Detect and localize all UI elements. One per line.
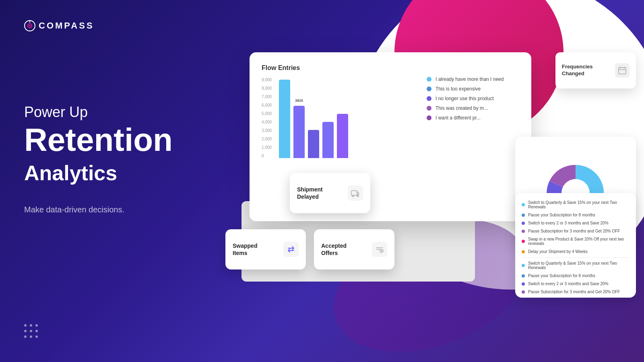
logo-text: COMPASS [39,21,94,31]
headline-large: Retention [24,124,201,156]
list-item-row-6: Delay your Shipment by 4 Weeks [522,249,630,254]
list-item-row-8: Pause your Subscription for 8 months [522,274,630,278]
shipment-icon [348,185,363,201]
legend-item-2: This is too expensive [427,86,523,92]
freq-card-text: FrequenciesChanged [562,64,593,77]
y-axis-labels: 9,000 8,000 7,000 6,000 5,000 4,000 3,00… [262,78,272,158]
accepted-offers-card: AcceptedOffers [314,229,394,269]
list-item-row-10: Pause Subscription for 3 months and Get … [522,290,630,294]
list-dot [522,250,525,253]
mockup-area: Flow Entries 9,000 8,000 7,000 6,000 5,0… [217,0,644,362]
list-item-row-9: Switch to every 2 or 3 months and Save 2… [522,282,630,286]
svg-point-10 [357,195,359,197]
list-dot [522,214,525,217]
dot [24,324,27,327]
legend-dot-3 [427,96,431,101]
bar-3 [308,130,319,158]
list-dot [522,274,525,278]
swapped-card-text: SwappedItems [233,242,257,257]
dot [35,330,38,332]
svg-rect-4 [619,68,626,74]
bar-4 [322,122,334,158]
swapped-items-card: SwappedItems [225,229,306,269]
dots-grid [24,324,38,338]
headline-small: Power Up [24,104,201,121]
shipment-card-text: ShipmentDelayed [297,186,323,200]
dot [30,335,32,338]
dot [30,324,32,327]
freq-icon [615,63,630,78]
list-dot [522,230,525,233]
chart-title: Flow Entries [262,64,519,72]
legend-dot-1 [427,77,431,82]
legend-item-5: I want a different pr... [427,115,523,121]
list-dot [522,282,525,286]
list-dot [522,222,525,225]
legend-dot-5 [427,115,431,120]
legend-item-3: I no longer use this product [427,96,523,101]
legend-dot-4 [427,106,431,111]
svg-point-2 [29,25,31,27]
offers-card-text: AcceptedOffers [321,242,347,257]
list-item-row-1: Switch to Quarterly & Save 15% on your n… [522,200,630,209]
legend-item-4: This was created by m... [427,105,523,111]
list-dot [522,240,525,243]
divider [522,257,630,258]
list-item-row-4: Pause Subscription for 3 months and Get … [522,229,630,233]
dot [35,335,38,338]
dot [30,330,32,332]
bar-1 [279,80,290,158]
list-card: Switch to Quarterly & Save 15% on your n… [515,193,636,298]
headline-medium: Analytics [24,161,201,185]
shipment-delayed-card: ShipmentDelayed [290,173,370,213]
list-dot [522,264,525,267]
dot [35,324,38,327]
legend-panel: I already have more than I need This is … [427,76,523,125]
bar-chart: 3825 [275,78,352,158]
list-dot [522,290,525,294]
list-item-row-7: Switch to Quarterly & Save 15% on your n… [522,261,630,270]
offers-icon [372,242,387,257]
legend-dot-2 [427,86,431,91]
legend-item-1: I already have more than I need [427,76,523,82]
bar-2: 3825 [293,106,305,158]
bar-5 [337,114,348,158]
svg-point-9 [352,195,354,197]
freq-card: FrequenciesChanged [555,52,636,88]
svg-rect-8 [351,191,357,195]
tagline: Make data-driven decisions. [24,205,201,214]
swapped-icon [283,242,299,257]
left-panel: COMPASS Power Up Retention Analytics Mak… [0,0,225,362]
list-dot [522,203,525,206]
list-item-row-5: Swap in a new Product & Save 20% Off you… [522,237,630,246]
logo: COMPASS [24,20,201,31]
dot [24,335,27,338]
dot [24,330,27,332]
logo-icon [24,20,35,31]
list-item-row-3: Switch to every 2 or 3 months and Save 2… [522,221,630,225]
list-item-row-2: Pause your Subscription for 8 months [522,213,630,217]
